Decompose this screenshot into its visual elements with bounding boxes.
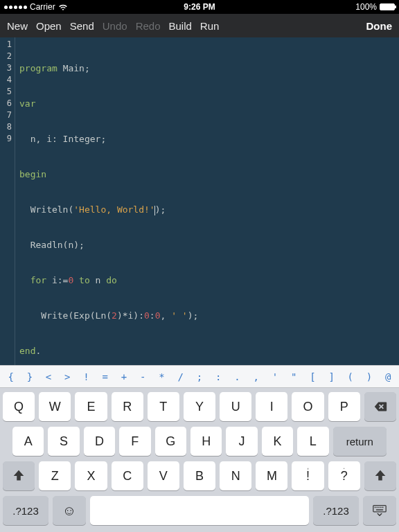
key-t[interactable]: T: [148, 392, 179, 421]
open-button[interactable]: Open: [36, 20, 62, 32]
shift-icon: [11, 468, 26, 484]
key-c[interactable]: C: [112, 461, 143, 490]
key-l[interactable]: L: [297, 427, 328, 456]
editor-toolbar: New Open Send Undo Redo Build Run Done: [0, 14, 399, 37]
key-a[interactable]: A: [12, 427, 44, 456]
key-h[interactable]: H: [190, 427, 222, 456]
emoji-key[interactable]: ☺: [53, 496, 86, 525]
sym-key[interactable]: -: [134, 371, 152, 382]
key-f[interactable]: F: [119, 427, 150, 456]
sym-key[interactable]: /: [171, 371, 190, 382]
shift-icon: [373, 468, 388, 484]
sym-key[interactable]: {: [1, 371, 20, 382]
key-p[interactable]: P: [328, 392, 360, 421]
numeric-toggle-key-right[interactable]: .?123: [313, 496, 359, 525]
sym-key[interactable]: !: [77, 371, 96, 382]
ios-status-bar: Carrier 9:26 PM 100%: [0, 0, 399, 14]
sym-key[interactable]: *: [152, 371, 171, 382]
sym-key[interactable]: [: [303, 371, 322, 382]
key-question[interactable]: . ?: [328, 461, 360, 490]
return-key[interactable]: return: [333, 427, 387, 456]
key-b[interactable]: B: [184, 461, 215, 490]
key-v[interactable]: V: [148, 461, 179, 490]
symbol-accessory-bar: { } < > ! = + - * / ; : . , ' " [ ] ( ) …: [0, 365, 399, 388]
key-r[interactable]: R: [112, 392, 143, 421]
code-editor[interactable]: 1 2 3 4 5 6 7 8 9 program Main; var n, i…: [0, 37, 399, 365]
sym-key[interactable]: ]: [322, 371, 341, 382]
smile-icon: ☺: [62, 503, 76, 519]
key-e[interactable]: E: [75, 392, 107, 421]
send-button[interactable]: Send: [70, 20, 94, 32]
line-gutter: 1 2 3 4 5 6 7 8 9: [0, 37, 15, 365]
key-k[interactable]: K: [262, 427, 293, 456]
sym-key[interactable]: :: [209, 371, 228, 382]
done-button[interactable]: Done: [366, 20, 393, 32]
key-s[interactable]: S: [48, 427, 79, 456]
key-w[interactable]: W: [39, 392, 71, 421]
shift-key-left[interactable]: [3, 461, 35, 490]
undo-button[interactable]: Undo: [103, 20, 127, 32]
backspace-icon: [373, 399, 388, 414]
new-button[interactable]: New: [7, 20, 28, 32]
code-content[interactable]: program Main; var n, i: Integer; begin W…: [15, 37, 198, 365]
key-d[interactable]: D: [84, 427, 115, 456]
svg-rect-0: [373, 506, 386, 512]
sym-key[interactable]: =: [96, 371, 114, 382]
key-n[interactable]: N: [220, 461, 251, 490]
keyboard-hide-icon: [372, 503, 387, 518]
hide-keyboard-key[interactable]: [363, 496, 396, 525]
key-o[interactable]: O: [292, 392, 323, 421]
build-button[interactable]: Build: [168, 20, 191, 32]
sym-key[interactable]: <: [39, 371, 57, 382]
key-g[interactable]: G: [155, 427, 186, 456]
sym-key[interactable]: ": [285, 371, 303, 382]
sym-key[interactable]: }: [20, 371, 39, 382]
sym-key[interactable]: (: [341, 371, 360, 382]
sym-key[interactable]: @: [379, 371, 398, 382]
key-z[interactable]: Z: [39, 461, 71, 490]
onscreen-keyboard: Q W E R T Y U I O P A S D F G H J K L re…: [0, 388, 399, 532]
redo-button[interactable]: Redo: [136, 20, 161, 32]
sym-key[interactable]: ': [265, 371, 284, 382]
numeric-toggle-key-left[interactable]: .?123: [3, 496, 48, 525]
run-button[interactable]: Run: [200, 20, 220, 32]
sym-key[interactable]: >: [58, 371, 77, 382]
key-x[interactable]: X: [75, 461, 107, 490]
key-y[interactable]: Y: [184, 392, 215, 421]
key-u[interactable]: U: [220, 392, 251, 421]
sym-key[interactable]: .: [228, 371, 247, 382]
space-key[interactable]: [90, 496, 309, 525]
sym-key[interactable]: ): [360, 371, 378, 382]
sym-key[interactable]: +: [114, 371, 133, 382]
battery-icon: [380, 3, 395, 10]
key-exclaim[interactable]: , !: [292, 461, 323, 490]
shift-key-right[interactable]: [364, 461, 396, 490]
sym-key[interactable]: ,: [247, 371, 265, 382]
sym-key[interactable]: ;: [190, 371, 209, 382]
clock-label: 9:26 PM: [0, 2, 399, 12]
key-i[interactable]: I: [256, 392, 287, 421]
key-j[interactable]: J: [226, 427, 257, 456]
backspace-key[interactable]: [364, 392, 396, 421]
key-m[interactable]: M: [256, 461, 287, 490]
key-q[interactable]: Q: [3, 392, 35, 421]
